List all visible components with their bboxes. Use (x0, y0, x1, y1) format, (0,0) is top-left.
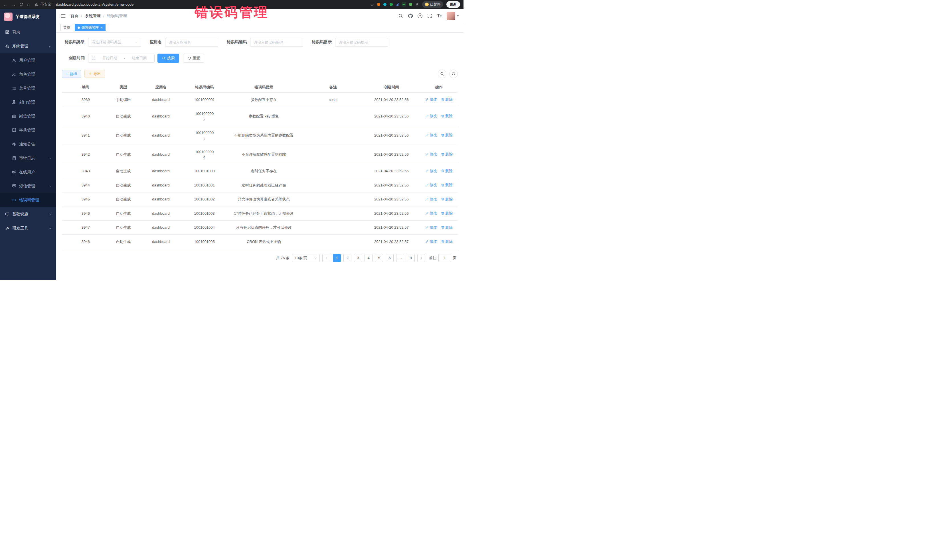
delete-link[interactable]: 删除 (441, 152, 453, 157)
page-button[interactable]: 5 (375, 254, 383, 262)
github-icon[interactable] (408, 14, 413, 18)
edit-link[interactable]: 修改 (425, 239, 437, 244)
delete-link[interactable]: 删除 (441, 168, 453, 174)
extension-icon-2[interactable] (383, 3, 386, 6)
extension-icon-4[interactable] (396, 3, 399, 6)
extensions-pin-icon[interactable] (415, 3, 419, 6)
extension-icon-1[interactable] (377, 3, 380, 6)
paused-badge[interactable]: 已暂停 (422, 1, 443, 8)
search-button[interactable]: 搜索 (158, 54, 179, 63)
fullscreen-icon[interactable] (427, 14, 432, 18)
edit-link[interactable]: 修改 (425, 132, 437, 138)
delete-link[interactable]: 删除 (441, 211, 453, 216)
edit-link[interactable]: 修改 (425, 211, 437, 216)
sidebar-item-department-management[interactable]: 部门管理 (0, 95, 56, 109)
sidebar-item-dict-management[interactable]: 字典管理 (0, 123, 56, 137)
sidebar-item-infrastructure[interactable]: 基础设施 (0, 207, 56, 221)
col-id-header: 编号 (62, 82, 109, 93)
extension-icon-on-badge[interactable]: on (401, 2, 406, 6)
edit-link[interactable]: 修改 (425, 225, 437, 230)
app-logo[interactable]: 芋道管理系统 (0, 9, 56, 25)
error-code-label: 错误码编码 (227, 39, 247, 45)
tab-home[interactable]: 首页 (61, 24, 73, 31)
tab-close-icon[interactable]: × (100, 26, 103, 30)
toggle-search-button[interactable] (438, 70, 447, 78)
delete-link[interactable]: 删除 (441, 182, 453, 188)
app-name-input[interactable] (165, 38, 218, 47)
delete-link[interactable]: 删除 (441, 97, 453, 102)
cell-app: dashboard (137, 220, 185, 235)
sidebar-item-notice-announcement[interactable]: 通知公告 (0, 137, 56, 151)
sidebar-item-online-users[interactable]: 在线用户 (0, 165, 56, 179)
export-button[interactable]: 导出 (84, 70, 105, 78)
cell-time: 2021-04-20 23:52:56 (363, 126, 420, 145)
cell-time: 2021-04-20 23:52:56 (363, 93, 420, 107)
font-size-icon[interactable]: TT (437, 14, 442, 18)
goto-page-input[interactable] (438, 254, 451, 262)
sidebar-item-home[interactable]: 首页 (0, 25, 56, 39)
user-avatar-menu[interactable] (447, 12, 459, 20)
sidebar-item-user-management[interactable]: 用户管理 (0, 53, 56, 67)
sidebar-item-system-management[interactable]: 系统管理 (0, 39, 56, 53)
chevron-down-icon (49, 185, 52, 188)
add-button[interactable]: + 新增 (62, 70, 81, 78)
browser-update-button[interactable]: 更新 (447, 1, 460, 8)
delete-link[interactable]: 删除 (441, 132, 453, 138)
delete-link[interactable]: 删除 (441, 239, 453, 244)
back-button[interactable]: ← (3, 2, 8, 6)
delete-link[interactable]: 删除 (441, 225, 453, 230)
error-type-label: 错误码类型 (62, 39, 85, 45)
bookmark-star-icon[interactable]: ☆ (370, 2, 374, 7)
col-type-header: 类型 (109, 82, 137, 93)
forward-button[interactable]: → (11, 2, 16, 6)
sidebar-item-error-code-management[interactable]: 错误码管理 (0, 193, 56, 207)
cell-type: 自动生成 (109, 235, 137, 249)
home-button[interactable]: ⌂ (27, 2, 30, 6)
next-page-button[interactable] (417, 254, 425, 262)
page-button[interactable]: 6 (386, 254, 394, 262)
chevron-down-icon (49, 227, 52, 230)
error-type-select[interactable]: 请选择错误码类型 (88, 38, 141, 47)
page-button[interactable]: ··· (396, 254, 404, 262)
breadcrumb-item-system[interactable]: 系统管理 (85, 14, 101, 18)
error-hint-input[interactable] (335, 38, 388, 47)
breadcrumb-item-home[interactable]: 首页 (70, 14, 78, 18)
sidebar-item-menu-management[interactable]: 菜单管理 (0, 81, 56, 95)
extension-icon-3[interactable] (390, 3, 393, 6)
page-button[interactable]: 3 (354, 254, 362, 262)
extension-icon-5[interactable] (409, 3, 412, 6)
reset-button[interactable]: 重置 (183, 54, 204, 63)
edit-link[interactable]: 修改 (425, 97, 437, 102)
address-bar[interactable]: 不安全 dashboard.yudao.iocoder.cn/system/er… (35, 2, 134, 7)
reload-button[interactable] (20, 3, 23, 6)
error-code-input[interactable] (250, 38, 303, 47)
edit-link[interactable]: 修改 (425, 182, 437, 188)
cell-remark (304, 206, 363, 221)
edit-link[interactable]: 修改 (425, 196, 437, 202)
date-range-picker[interactable]: 开始日期 - 结束日期 (88, 54, 155, 63)
roles-icon (12, 72, 16, 76)
table-row: 3939 手动编辑 dashboard 1001000001 参数配置不存在 c… (62, 93, 458, 107)
page-size-select[interactable]: 10条/页 (292, 254, 320, 262)
edit-link[interactable]: 修改 (425, 168, 437, 174)
sidebar-item-audit-log[interactable]: 审计日志 (0, 151, 56, 165)
page-button[interactable]: 2 (343, 254, 351, 262)
tab-error-code-management[interactable]: 错误码管理 × (75, 24, 106, 31)
sidebar-item-role-management[interactable]: 角色管理 (0, 67, 56, 81)
sidebar-item-dev-tools[interactable]: 研发工具 (0, 221, 56, 235)
sidebar-item-sms-management[interactable]: 短信管理 (0, 179, 56, 193)
refresh-table-button[interactable] (449, 70, 458, 78)
page-button[interactable]: 8 (407, 254, 415, 262)
hamburger-icon[interactable] (61, 14, 66, 18)
help-icon[interactable]: ? (418, 14, 422, 18)
edit-link[interactable]: 修改 (425, 113, 437, 118)
page-button[interactable]: 4 (365, 254, 372, 262)
sidebar-item-post-management[interactable]: 岗位管理 (0, 109, 56, 123)
delete-icon (441, 153, 444, 156)
delete-link[interactable]: 删除 (441, 196, 453, 202)
page-button[interactable]: 1 (333, 254, 341, 262)
prev-page-button[interactable] (322, 254, 330, 262)
edit-link[interactable]: 修改 (425, 152, 437, 157)
delete-link[interactable]: 删除 (441, 113, 453, 118)
search-icon[interactable] (398, 14, 403, 18)
